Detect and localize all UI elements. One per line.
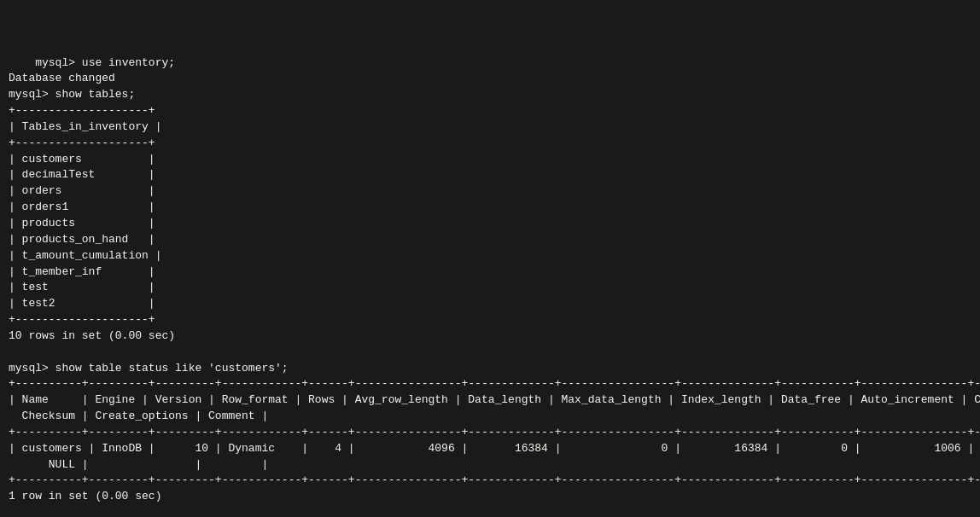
line-use-inventory: mysql> use inventory; Database changed m… — [9, 56, 980, 517]
terminal-window[interactable]: mysql> use inventory; Database changed m… — [0, 0, 980, 517]
terminal-output: mysql> use inventory; Database changed m… — [9, 39, 971, 517]
